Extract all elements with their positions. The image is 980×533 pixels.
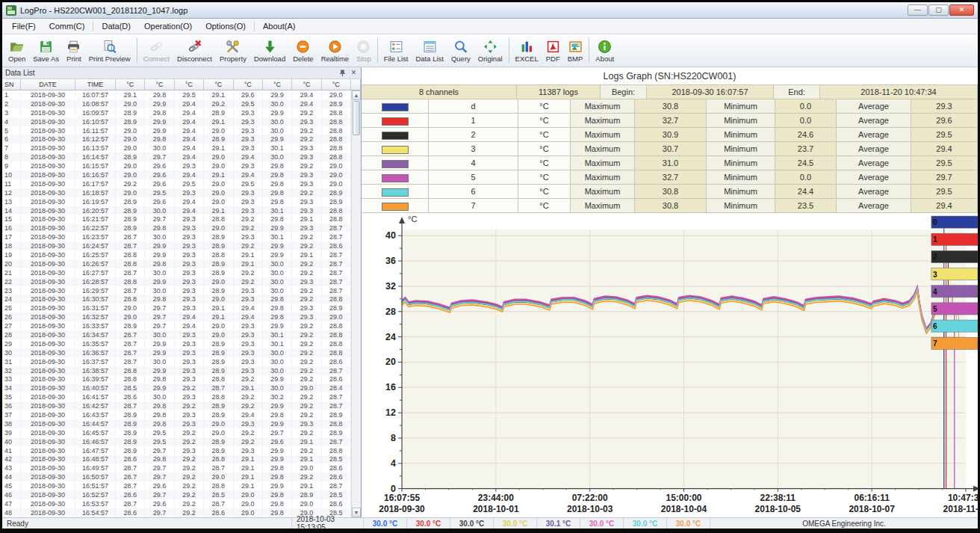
table-row[interactable]: 72018-09-3016:13:5729.030.029.429.129.33… xyxy=(2,144,351,152)
disconnect-button[interactable]: Disconnect xyxy=(173,34,216,67)
column-header-temp-2[interactable]: °C xyxy=(145,79,174,90)
legend-chip-3[interactable] xyxy=(931,268,978,280)
column-header-temp-4[interactable]: °C xyxy=(204,79,233,90)
table-row[interactable]: 352018-09-3016:41:5728.630.029.328.829.2… xyxy=(2,392,351,401)
table-row[interactable]: 282018-09-3016:34:5728.730.029.329.029.3… xyxy=(2,330,351,339)
save-as-button[interactable]: Save As xyxy=(29,34,63,67)
minimize-button[interactable]: — xyxy=(908,4,928,16)
query-button[interactable]: Query xyxy=(447,34,474,67)
scroll-up-icon[interactable]: ▲ xyxy=(352,90,361,100)
property-button[interactable]: Property xyxy=(216,34,250,67)
menu-item-about[interactable]: About(A) xyxy=(256,19,302,33)
column-header-temp-3[interactable]: °C xyxy=(175,79,204,90)
table-row[interactable]: 42018-09-3016:10:5728.929.929.429.129.33… xyxy=(2,117,351,126)
panel-close-icon[interactable]: ✕ xyxy=(350,69,358,77)
bmp-button[interactable]: BMP xyxy=(564,34,587,67)
legend-chip-7[interactable] xyxy=(931,337,978,349)
table-row[interactable]: 92018-09-3016:15:5729.029.629.329.029.32… xyxy=(2,161,351,170)
column-header-temp-6[interactable]: °C xyxy=(263,79,292,90)
table-row[interactable]: 292018-09-3016:35:5728.729.929.328.929.3… xyxy=(2,339,351,348)
table-row[interactable]: 82018-09-3016:14:5728.929.729.429.029.43… xyxy=(2,152,351,161)
title-bar[interactable]: LogPro - HS220CW001_20181120_1047.logp —… xyxy=(2,2,978,19)
table-row[interactable]: 232018-09-3016:29:5728.730.029.328.929.3… xyxy=(2,286,351,295)
data-list-button[interactable]: Data List xyxy=(412,34,447,67)
table-row[interactable]: 262018-09-3016:32:5729.029.729.429.129.4… xyxy=(2,312,351,321)
menu-item-file[interactable]: File(F) xyxy=(5,19,43,33)
legend-chip-5[interactable] xyxy=(931,303,978,315)
menu-item-data[interactable]: Data(D) xyxy=(95,19,137,33)
vertical-scrollbar[interactable]: ▲ ▼ xyxy=(351,90,361,517)
table-row[interactable]: 192018-09-3016:25:5728.829.929.328.829.1… xyxy=(2,250,351,259)
delete-button[interactable]: Delete xyxy=(289,34,317,67)
table-row[interactable]: 432018-09-3016:49:5728.729.729.228.729.1… xyxy=(2,463,351,472)
table-row[interactable]: 252018-09-3016:31:5729.029.729.329.129.4… xyxy=(2,304,351,312)
scroll-thumb[interactable] xyxy=(353,101,360,135)
table-row[interactable]: 32018-09-3016:09:5728.929.829.428.929.32… xyxy=(2,108,351,117)
table-row[interactable]: 102018-09-3016:16:5729.029.629.429.129.4… xyxy=(2,170,351,179)
menu-item-operation[interactable]: Operation(O) xyxy=(137,19,199,33)
realtime-button[interactable]: Realtime xyxy=(317,34,353,67)
table-row[interactable]: 62018-09-3016:12:5729.029.829.428.929.32… xyxy=(2,135,351,144)
table-row[interactable]: 272018-09-3016:33:5728.929.729.429.029.3… xyxy=(2,321,351,330)
menu-item-comm[interactable]: Comm(C) xyxy=(43,19,92,33)
table-row[interactable]: 52018-09-3016:11:5729.029.929.429.029.33… xyxy=(2,126,351,135)
table-row[interactable]: 222018-09-3016:28:5728.829.929.329.029.2… xyxy=(2,277,351,286)
table-row[interactable]: 172018-09-3016:23:5728.730.029.328.929.3… xyxy=(2,232,351,241)
column-header-sn[interactable]: SN xyxy=(2,79,21,90)
file-list-button[interactable]: File List xyxy=(380,34,412,67)
legend-chip-1[interactable] xyxy=(931,233,978,245)
table-row[interactable]: 122018-09-3016:18:5729.029.529.329.029.3… xyxy=(2,188,351,197)
table-row[interactable]: 22018-09-3016:08:5729.029.929.429.229.53… xyxy=(2,99,351,108)
temperature-chart[interactable]: 01234567°C048121620242832364016:07:55201… xyxy=(362,213,978,517)
table-row[interactable]: 392018-09-3016:45:5728.929.529.229.029.2… xyxy=(2,428,351,437)
table-row[interactable]: 112018-09-3016:17:5729.229.629.529.029.5… xyxy=(2,179,351,188)
table-row[interactable]: 462018-09-3016:52:5728.629.729.228.529.0… xyxy=(2,490,351,499)
table-row[interactable]: 412018-09-3016:47:5728.929.729.328.929.3… xyxy=(2,446,351,455)
table-row[interactable]: 332018-09-3016:39:5728.829.829.328.829.2… xyxy=(2,375,351,384)
maximize-button[interactable]: ▢ xyxy=(928,4,949,16)
menu-item-options[interactable]: Options(O) xyxy=(199,19,252,33)
table-row[interactable]: 142018-09-3016:20:5728.930.029.429.129.3… xyxy=(2,206,351,215)
table-row[interactable]: 402018-09-3016:46:5728.929.529.228.929.2… xyxy=(2,437,351,446)
column-header-date[interactable]: DATE xyxy=(21,79,75,90)
table-row[interactable]: 302018-09-3016:36:5728.729.929.328.929.3… xyxy=(2,348,351,357)
close-button[interactable]: ✕ xyxy=(949,4,974,16)
table-row[interactable]: 422018-09-3016:48:5728.629.829.228.829.1… xyxy=(2,455,351,464)
open-button[interactable]: Open xyxy=(4,34,29,67)
column-header-temp-5[interactable]: °C xyxy=(234,79,263,90)
excel-button[interactable]: EXCEL xyxy=(512,34,542,67)
table-row[interactable]: 242018-09-3016:30:5728.829.829.329.029.3… xyxy=(2,295,351,304)
print-button[interactable]: Print xyxy=(63,34,85,67)
table-row[interactable]: 312018-09-3016:37:5728.730.029.328.929.3… xyxy=(2,357,351,366)
table-row[interactable]: 382018-09-3016:44:5728.929.829.329.029.3… xyxy=(2,419,351,428)
table-row[interactable]: 362018-09-3016:42:5728.729.829.228.929.2… xyxy=(2,401,351,410)
table-row[interactable]: 342018-09-3016:40:5728.529.929.228.729.1… xyxy=(2,383,351,392)
legend-chip-4[interactable] xyxy=(931,286,978,298)
table-row[interactable]: 162018-09-3016:22:5728.929.829.329.029.2… xyxy=(2,224,351,232)
column-header-temp-8[interactable]: °C xyxy=(322,79,351,90)
table-row[interactable]: 202018-09-3016:26:5728.829.829.328.929.1… xyxy=(2,259,351,268)
original-button[interactable]: Original xyxy=(474,34,506,67)
table-row[interactable]: 322018-09-3016:38:5728.829.929.328.929.3… xyxy=(2,366,351,375)
table-row[interactable]: 372018-09-3016:43:5728.929.829.328.929.4… xyxy=(2,410,351,419)
table-row[interactable]: 132018-09-3016:19:5728.929.629.429.029.3… xyxy=(2,197,351,206)
print-preview-button[interactable]: Print Preview xyxy=(85,34,134,67)
table-row[interactable]: 472018-09-3016:53:5728.729.629.228.729.0… xyxy=(2,499,351,508)
table-row[interactable]: 212018-09-3016:27:5728.730.029.328.929.2… xyxy=(2,268,351,277)
legend-chip-0[interactable] xyxy=(931,216,978,228)
table-row[interactable]: 182018-09-3016:24:5728.729.929.328.929.2… xyxy=(2,241,351,250)
cell-temp: 30.1 xyxy=(263,340,292,348)
column-header-temp-1[interactable]: °C xyxy=(116,79,145,90)
table-row[interactable]: 152018-09-3016:21:5728.929.729.328.829.2… xyxy=(2,215,351,224)
column-header-temp-7[interactable]: °C xyxy=(292,79,321,90)
about-button[interactable]: About xyxy=(592,34,618,67)
column-header-time[interactable]: TIME xyxy=(75,79,116,90)
download-button[interactable]: Download xyxy=(250,34,289,67)
pdf-button[interactable]: PDF xyxy=(542,34,564,67)
table-row[interactable]: 442018-09-3016:50:5728.729.729.229.029.1… xyxy=(2,472,351,481)
legend-chip-6[interactable] xyxy=(931,320,978,332)
legend-chip-2[interactable] xyxy=(931,250,978,262)
table-row[interactable]: 452018-09-3016:51:5728.729.629.228.829.1… xyxy=(2,481,351,490)
pin-icon[interactable] xyxy=(338,69,347,77)
table-row[interactable]: 12018-09-3016:07:5729.129.829.529.129.62… xyxy=(2,90,351,99)
